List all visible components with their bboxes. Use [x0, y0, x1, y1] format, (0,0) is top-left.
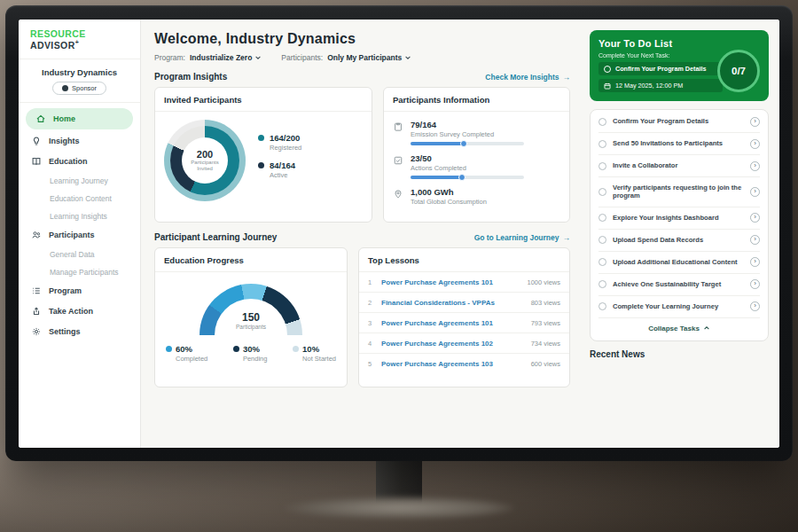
- participants-filter-select[interactable]: Only My Participants: [327, 53, 411, 62]
- monitor-stand-neck: [376, 459, 422, 505]
- pending-dot-icon: [233, 346, 239, 352]
- completed-dot-icon: [166, 346, 172, 352]
- sidebar-item-learning-insights[interactable]: Learning Insights: [19, 207, 140, 225]
- learning-journey-head: Participant Learning Journey Go to Learn…: [154, 232, 570, 242]
- lesson-row: 1 Power Purchase Agreements 101 1000 vie…: [359, 272, 569, 293]
- checkbox-icon[interactable]: [598, 162, 606, 170]
- todo-title: Your To Do List: [598, 38, 760, 49]
- people-icon: [31, 230, 42, 240]
- chevron-right-icon[interactable]: ›: [750, 117, 760, 127]
- collapse-tasks-button[interactable]: Collapse Tasks: [598, 318, 760, 340]
- sidebar-item-label: Take Action: [49, 307, 93, 316]
- todo-next-date: 12 May 2025, 12:00 PM: [598, 79, 723, 92]
- sidebar-item-insights[interactable]: Insights: [19, 131, 140, 152]
- checkbox-icon[interactable]: [598, 188, 606, 196]
- legend-completed: 60% Completed: [166, 344, 207, 363]
- chevron-down-icon: [254, 54, 262, 61]
- actions-progressbar: [411, 176, 524, 179]
- lesson-link[interactable]: Power Purchase Agreements 102: [381, 340, 525, 348]
- participants-information-title: Participants Information: [384, 88, 569, 112]
- checkbox-icon[interactable]: [598, 236, 606, 244]
- sidebar-item-label: Program: [49, 286, 82, 295]
- legend-not-started: 10% Not Started: [293, 344, 336, 363]
- home-icon: [35, 113, 46, 124]
- sidebar-item-label: General Data: [50, 250, 95, 259]
- task-row-explore-insights[interactable]: Explore Your Insights Dashboard ›: [598, 207, 760, 230]
- sidebar-item-program[interactable]: Program: [19, 281, 140, 301]
- sidebar-item-take-action[interactable]: Take Action: [19, 301, 140, 322]
- todo-next-task[interactable]: Confirm Your Program Details: [598, 62, 723, 75]
- book-icon: [31, 156, 42, 167]
- todo-column: Your To Do List Complete Your Next Task:…: [581, 20, 779, 448]
- sidebar-nav: Home Insights Education Learning Journey: [19, 108, 140, 342]
- filters-row: Program: Industrialize Zero Participants…: [154, 53, 570, 62]
- sidebar-item-label: Settings: [49, 327, 81, 336]
- sidebar-item-learning-journey[interactable]: Learning Journey: [19, 172, 140, 190]
- education-gauge-legend: 60% Completed 30% Pending: [164, 344, 338, 363]
- legend-active: 84/164 Active: [258, 160, 301, 179]
- task-row-achieve-target[interactable]: Achieve One Sustainability Target ›: [598, 274, 760, 296]
- location-pin-icon: [393, 189, 403, 200]
- task-row-confirm-details[interactable]: Confirm Your Program Details ›: [598, 111, 760, 133]
- sidebar-item-general-data[interactable]: General Data: [19, 246, 140, 263]
- chevron-right-icon[interactable]: ›: [750, 279, 760, 289]
- go-to-learning-journey-link[interactable]: Go to Learning Journey →: [474, 233, 570, 242]
- chevron-right-icon[interactable]: ›: [750, 301, 760, 311]
- task-row-invite-collaborator[interactable]: Invite a Collaborator ›: [598, 155, 760, 177]
- lesson-link[interactable]: Power Purchase Agreements 101: [381, 319, 525, 327]
- chevron-right-icon[interactable]: ›: [750, 257, 760, 267]
- task-row-verify-participants[interactable]: Verify participants requesting to join t…: [598, 177, 760, 207]
- chevron-right-icon[interactable]: ›: [750, 235, 760, 245]
- checkbox-icon[interactable]: [598, 118, 606, 126]
- checkbox-icon[interactable]: [598, 258, 606, 266]
- check-more-insights-link[interactable]: Check More Insights →: [485, 73, 570, 82]
- education-progress-card: Education Progress 150 Participants: [154, 247, 348, 387]
- todo-card: Your To Do List Complete Your Next Task:…: [590, 30, 769, 101]
- lesson-link[interactable]: Power Purchase Agreements 101: [381, 278, 520, 286]
- chevron-right-icon[interactable]: ›: [750, 213, 760, 223]
- checkbox-icon[interactable]: [598, 214, 606, 222]
- sidebar-item-label: Manage Participants: [50, 268, 119, 277]
- brand-sup: +: [75, 39, 80, 45]
- lesson-link[interactable]: Power Purchase Agreements 103: [381, 360, 525, 368]
- task-row-complete-learning-journey[interactable]: Complete Your Learning Journey ›: [598, 296, 760, 318]
- task-row-send-invitations[interactable]: Send 50 Invitations to Participants ›: [598, 133, 760, 155]
- invited-participants-title: Invited Participants: [155, 88, 372, 112]
- sidebar-item-participants[interactable]: Participants: [19, 225, 140, 246]
- checkbox-icon[interactable]: [604, 66, 611, 73]
- program-insights-title: Program Insights: [154, 72, 227, 82]
- lesson-row: 2 Financial Considerations - VPPAs 803 v…: [359, 293, 569, 313]
- task-row-upload-spend-data[interactable]: Upload Spend Data Records ›: [598, 230, 760, 252]
- app-logo: RESOURCE ADVISOR+: [19, 28, 140, 59]
- sidebar-item-manage-participants[interactable]: Manage Participants: [19, 263, 140, 281]
- gear-icon: [31, 326, 42, 337]
- sidebar-item-settings[interactable]: Settings: [19, 322, 140, 342]
- education-gauge-chart: 150 Participants: [200, 284, 302, 335]
- bulb-icon: [31, 136, 42, 146]
- sidebar-item-education[interactable]: Education: [19, 152, 140, 172]
- chevron-right-icon[interactable]: ›: [750, 187, 760, 197]
- sidebar-item-education-content[interactable]: Education Content: [19, 190, 140, 207]
- invited-center-value: 200: [197, 149, 213, 160]
- education-progress-title: Education Progress: [155, 248, 347, 272]
- invited-donut-center: 200 Participants Invited: [182, 137, 228, 184]
- checkbox-icon[interactable]: [598, 302, 606, 310]
- page-title: Welcome, Industry Dynamics: [154, 31, 570, 47]
- chevron-right-icon[interactable]: ›: [750, 139, 760, 149]
- checkbox-icon[interactable]: [598, 280, 606, 288]
- check-square-icon: [393, 155, 403, 166]
- dashboard-screen: RESOURCE ADVISOR+ Industry Dynamics Spon…: [19, 20, 779, 448]
- not-started-dot-icon: [293, 346, 299, 352]
- sponsor-icon: [62, 85, 68, 91]
- calendar-icon: [604, 82, 611, 90]
- invited-legend: 164/200 Registered 84/164 Active: [258, 133, 301, 188]
- lesson-link[interactable]: Financial Considerations - VPPAs: [381, 299, 525, 307]
- sponsor-badge[interactable]: Sponsor: [52, 82, 106, 95]
- chevron-right-icon[interactable]: ›: [750, 161, 760, 171]
- task-row-upload-educational-content[interactable]: Upload Additional Educational Content ›: [598, 252, 760, 274]
- list-icon: [31, 286, 42, 296]
- program-insights-cards: Invited Participants 200 Participants In…: [154, 87, 570, 223]
- checkbox-icon[interactable]: [598, 140, 606, 148]
- sidebar-item-home[interactable]: Home: [26, 108, 133, 129]
- program-filter-select[interactable]: Industrialize Zero: [190, 53, 262, 62]
